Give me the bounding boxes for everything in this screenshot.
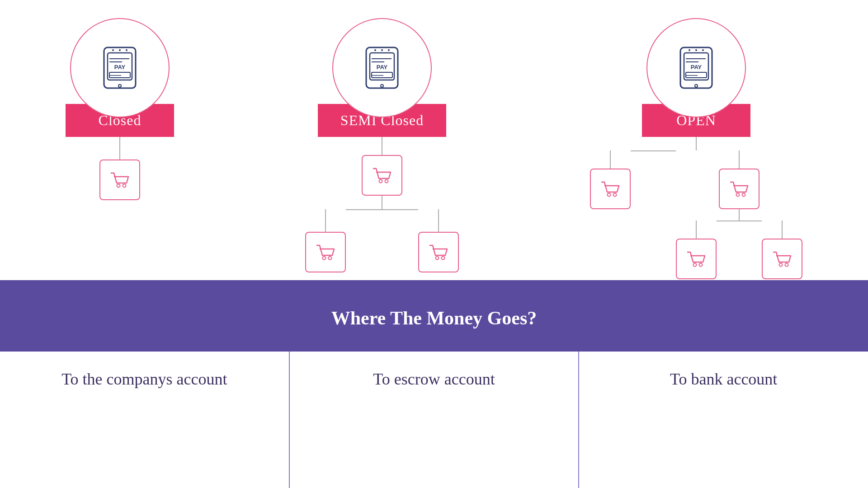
open-sub-hline — [717, 221, 762, 221]
open-right-top-vline — [739, 150, 740, 169]
closed-circle — [70, 18, 170, 117]
open-sub-right-vline — [782, 221, 783, 239]
top-section: Closed SEMI Closed — [0, 0, 868, 280]
semi-vline1 — [382, 137, 382, 155]
open-cart-sub-right — [762, 239, 802, 279]
open-top-branch-container — [590, 150, 802, 279]
open-circle — [646, 18, 746, 117]
money-col-semi: To escrow account — [290, 352, 580, 488]
semi-closed-pay-icon — [357, 43, 407, 93]
semi-vline2 — [382, 196, 382, 209]
closed-vline1 — [119, 137, 120, 160]
open-sub-left — [676, 221, 717, 279]
semi-cart-right — [418, 232, 459, 272]
money-col-open: To bank account — [579, 352, 868, 488]
open-vline1 — [696, 137, 697, 150]
semi-closed-circle — [332, 18, 432, 117]
money-title: Where The Money Goes? — [331, 307, 537, 329]
open-pay-icon — [671, 43, 721, 93]
open-left-top-vline — [610, 150, 611, 169]
open-column: OPEN — [590, 18, 802, 279]
open-sub-branch-container — [676, 221, 802, 279]
semi-closed-column: SEMI Closed — [305, 18, 459, 272]
semi-left-vline — [325, 209, 326, 232]
open-left-top — [590, 150, 631, 209]
semi-cart-top — [362, 155, 402, 196]
bottom-section: Where The Money Goes? To the companys ac… — [0, 280, 868, 488]
open-cart-sub-left — [676, 239, 717, 279]
money-columns: To the companys account To escrow accoun… — [0, 352, 868, 488]
open-cart-top-left — [590, 169, 631, 209]
open-cart-top-right — [719, 169, 760, 209]
closed-pay-icon — [95, 43, 145, 93]
semi-cart-left — [305, 232, 346, 272]
semi-hline — [346, 209, 418, 210]
open-sub-left-vline — [696, 221, 697, 239]
semi-branch-container — [305, 209, 459, 272]
money-col-closed: To the companys account — [0, 352, 290, 488]
semi-left-branch — [305, 209, 346, 272]
open-mid-vline — [739, 209, 740, 221]
closed-column: Closed — [66, 18, 174, 200]
open-sub-right — [762, 221, 802, 279]
closed-cart-1 — [99, 160, 140, 200]
semi-right-vline — [438, 209, 439, 232]
open-top-hline — [631, 150, 676, 151]
semi-right-branch — [418, 209, 459, 272]
open-right-top — [676, 150, 802, 279]
